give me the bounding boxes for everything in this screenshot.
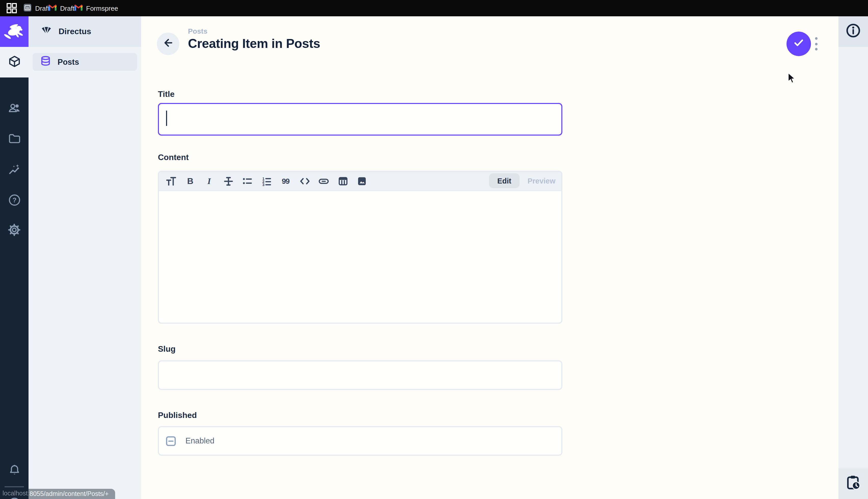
module-users[interactable]	[0, 98, 28, 120]
project-fan-icon	[39, 23, 53, 40]
content-editor[interactable]: B I 1 2 3	[158, 171, 562, 324]
module-content[interactable]	[0, 47, 28, 77]
dot	[815, 37, 817, 40]
content-field-label: Content	[158, 153, 189, 162]
edit-mode-button[interactable]: Edit	[489, 173, 519, 188]
svg-text:?: ?	[12, 196, 16, 204]
check-icon	[792, 36, 805, 51]
users-icon	[8, 101, 21, 117]
directus-app: 31 Draft Draft Formspree	[0, 0, 868, 499]
browser-tab-label: Draft	[35, 4, 49, 12]
nav-item-label: Posts	[58, 57, 79, 66]
arrow-left-icon	[162, 36, 175, 51]
nav-item-posts[interactable]: Posts	[33, 53, 137, 71]
sidebar-revisions-section[interactable]	[839, 468, 868, 499]
published-field: Enabled	[158, 426, 562, 456]
help-icon: ?	[8, 193, 21, 209]
italic-icon[interactable]: I	[200, 172, 219, 190]
breadcrumb[interactable]: Posts	[188, 27, 207, 35]
project-header[interactable]: Directus	[28, 16, 141, 47]
browser-tab-bar: 31 Draft Draft Formspree	[0, 0, 868, 16]
page-title: Creating Item in Posts	[188, 36, 320, 51]
module-bar: ?	[0, 16, 28, 499]
bulleted-list-icon[interactable]	[238, 172, 257, 190]
right-sidebar	[839, 16, 868, 499]
slug-field-label: Slug	[158, 344, 176, 354]
blockquote-icon[interactable]: 99	[276, 172, 295, 190]
table-icon[interactable]	[334, 172, 352, 190]
back-button[interactable]	[157, 33, 179, 55]
module-settings[interactable]	[0, 220, 28, 242]
module-files[interactable]	[0, 129, 28, 151]
published-checkbox-label: Enabled	[186, 436, 214, 446]
dot	[815, 48, 817, 50]
module-help[interactable]: ?	[0, 190, 28, 212]
bold-icon[interactable]: B	[180, 172, 200, 190]
browser-tab-label: Draft	[60, 4, 74, 12]
editor-toolbar: B I 1 2 3	[159, 172, 561, 191]
link-icon[interactable]	[314, 172, 334, 190]
svg-text:31: 31	[26, 7, 29, 10]
module-bar-divider	[4, 486, 24, 487]
gear-icon	[7, 223, 21, 239]
notifications-button[interactable]	[0, 460, 28, 482]
gmail-icon	[74, 4, 83, 12]
calendar-icon: 31	[23, 3, 32, 13]
module-insights[interactable]	[0, 159, 28, 181]
insights-icon	[8, 162, 21, 178]
preview-mode-button[interactable]: Preview	[523, 173, 560, 188]
published-field-label: Published	[158, 411, 197, 420]
browser-tab-label: Formspree	[86, 4, 118, 12]
svg-text:3: 3	[262, 182, 264, 186]
slug-input[interactable]	[158, 360, 562, 390]
image-icon[interactable]	[352, 172, 372, 190]
dot	[815, 42, 817, 45]
nav-sidebar	[28, 16, 141, 499]
heading-icon[interactable]	[162, 172, 180, 190]
project-name: Directus	[59, 27, 91, 36]
browser-tab-draft-1[interactable]: 31 Draft	[23, 0, 49, 16]
content-textarea[interactable]	[159, 191, 561, 322]
svg-text:B: B	[187, 176, 193, 185]
sidebar-info-section[interactable]	[839, 16, 868, 47]
save-button[interactable]	[787, 32, 811, 56]
directus-rabbit-icon	[2, 19, 26, 45]
browser-tab-formspree[interactable]: Formspree	[74, 0, 118, 16]
folder-icon	[8, 132, 21, 148]
svg-text:I: I	[207, 176, 211, 185]
gmail-icon	[48, 4, 56, 12]
code-icon[interactable]	[295, 172, 314, 190]
clipboard-clock-icon	[845, 474, 862, 494]
browser-tab-draft-2[interactable]: Draft	[48, 0, 74, 16]
status-url-prefix: localhost:	[2, 490, 29, 497]
status-url-tooltip: 8055/admin/content/Posts/+	[28, 489, 115, 499]
directus-logo[interactable]	[0, 16, 28, 47]
box-icon	[8, 54, 21, 70]
strikethrough-icon[interactable]	[219, 172, 238, 190]
bell-icon	[8, 463, 21, 479]
title-input[interactable]	[158, 103, 562, 136]
numbered-list-icon[interactable]: 1 2 3	[257, 172, 276, 190]
status-url-rest: 8055/admin/content/Posts/+	[29, 490, 109, 498]
info-icon	[845, 22, 861, 41]
more-options-button[interactable]	[814, 37, 819, 50]
tab-grid-icon[interactable]	[6, 2, 17, 16]
title-field-label: Title	[158, 90, 175, 99]
text-caret	[166, 111, 167, 126]
database-icon	[40, 56, 51, 68]
mouse-cursor	[788, 72, 797, 86]
svg-text:99: 99	[282, 177, 290, 185]
indeterminate-checkbox-icon[interactable]	[165, 436, 176, 446]
